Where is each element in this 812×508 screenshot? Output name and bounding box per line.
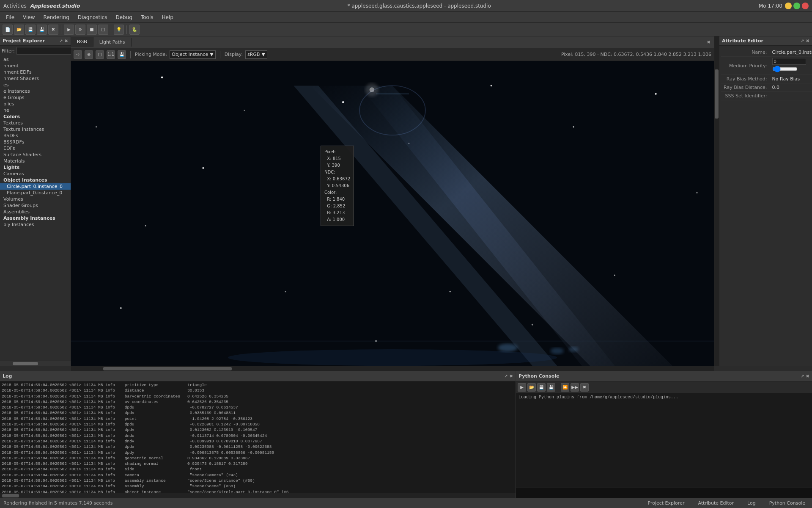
- tree-item-bsdfs[interactable]: BSDFs: [0, 133, 71, 139]
- status-tab-log[interactable]: Log: [744, 500, 759, 507]
- panel-close-icon[interactable]: ✖: [65, 39, 68, 43]
- tree-item-bly-instances[interactable]: bly Instances: [0, 221, 71, 228]
- tree-item-plane-instance[interactable]: Plane.part_0.instance_0: [0, 190, 71, 196]
- tree-item-e-instances[interactable]: e Instances: [0, 88, 71, 94]
- tree-item-materials[interactable]: Materials: [0, 158, 71, 164]
- tree-item-colors[interactable]: Colors: [0, 113, 71, 120]
- picking-mode-dropdown[interactable]: Object Instance ▼: [170, 50, 216, 59]
- tree-item-e-groups[interactable]: e Groups: [0, 94, 71, 101]
- tree-item-nment-edfs[interactable]: nment EDFs: [0, 69, 71, 75]
- tree-item-bssrdfs[interactable]: BSSRDFs: [0, 139, 71, 145]
- log-hscrollbar[interactable]: [0, 493, 516, 498]
- tree-item-ne[interactable]: ne: [0, 107, 71, 113]
- activities-btn[interactable]: Activities: [3, 3, 27, 9]
- render-region-button[interactable]: □: [98, 25, 108, 35]
- attr-row-medium: Medium Priority:: [721, 57, 812, 75]
- tree-item-object-instances[interactable]: Object Instances: [0, 177, 71, 183]
- light-path-button[interactable]: 💡: [114, 25, 124, 35]
- tree-item-assemblies[interactable]: Assemblies: [0, 209, 71, 215]
- vscrollbar-thumb[interactable]: [715, 69, 719, 119]
- close-button[interactable]: [802, 3, 809, 9]
- attr-medium-label: Medium Priority:: [721, 57, 770, 75]
- tree-item-as[interactable]: as: [0, 56, 71, 63]
- tree-item-circle-instance[interactable]: Circle.part_0.instance_0: [0, 183, 71, 190]
- vt-save-icon[interactable]: 💾: [118, 50, 126, 59]
- log-line-5: 2018-05-07T14:59:04.0020502 <001> 11134 …: [2, 410, 514, 416]
- tree-scrollbar-thumb[interactable]: [13, 362, 38, 365]
- save-as-button[interactable]: 💾: [37, 25, 47, 35]
- tree-item-nment-shaders[interactable]: nment Shaders: [0, 75, 71, 82]
- tree-item-surface-shaders[interactable]: Surface Shaders: [0, 152, 71, 158]
- render-button[interactable]: ▶: [64, 25, 74, 35]
- hscrollbar-thumb[interactable]: [103, 367, 232, 370]
- vt-actual-size-icon[interactable]: 1:1: [107, 50, 115, 59]
- tree-container[interactable]: as nment nment EDFs nment Shaders es e I…: [0, 56, 71, 361]
- python-save-as-icon[interactable]: 💾: [547, 383, 555, 392]
- python-clear-icon[interactable]: ✖: [580, 383, 589, 392]
- tab-light-paths[interactable]: Light Paths: [93, 38, 132, 47]
- menu-rendering[interactable]: Rendering: [40, 14, 73, 21]
- tree-item-shader-groups[interactable]: Shader Groups: [0, 202, 71, 209]
- close-project-button[interactable]: ✖: [48, 25, 58, 35]
- tree-item-blies[interactable]: blies: [0, 101, 71, 107]
- stop-render-button[interactable]: ■: [87, 25, 97, 35]
- tree-item-textures[interactable]: Textures: [0, 120, 71, 126]
- attr-panel-close-icon[interactable]: ✖: [806, 39, 809, 43]
- python-float-icon[interactable]: ↗: [801, 374, 804, 378]
- python-close-icon[interactable]: ✖: [806, 374, 809, 378]
- python-run-icon[interactable]: ▶: [518, 383, 526, 392]
- new-button[interactable]: 📄: [3, 25, 13, 35]
- save-button[interactable]: 💾: [25, 25, 36, 35]
- tree-item-assembly-instances[interactable]: Assembly Instances: [0, 215, 71, 221]
- python-button[interactable]: 🐍: [129, 25, 140, 35]
- tab-rgb[interactable]: RGB: [71, 37, 93, 47]
- attr-medium-input[interactable]: [772, 58, 806, 65]
- python-input[interactable]: [518, 491, 810, 495]
- filter-input[interactable]: [16, 47, 79, 55]
- vt-zoom-icon[interactable]: ⊕: [85, 50, 93, 59]
- log-line-8: 2018-05-07T14:59:04.0020502 <001> 11134 …: [2, 427, 514, 433]
- viewport-vscrollbar[interactable]: [714, 36, 719, 366]
- tree-item-es[interactable]: es: [0, 82, 71, 88]
- status-tab-attribute-editor[interactable]: Attribute Editor: [694, 500, 737, 507]
- python-step-icon[interactable]: ⏩: [561, 383, 569, 392]
- menu-file[interactable]: File: [3, 14, 18, 21]
- attr-medium-slider[interactable]: [772, 65, 798, 73]
- python-save-icon[interactable]: 💾: [537, 383, 546, 392]
- vt-move-icon[interactable]: ⇨: [74, 50, 82, 59]
- tree-item-texture-instances[interactable]: Texture Instances: [0, 126, 71, 133]
- app-title[interactable]: Appleseed.studio: [30, 3, 80, 9]
- log-hscrollbar-thumb[interactable]: [2, 494, 19, 497]
- status-tab-python-console[interactable]: Python Console: [766, 500, 809, 507]
- menu-diagnostics[interactable]: Diagnostics: [74, 14, 111, 21]
- tree-scrollbar-h[interactable]: [0, 361, 71, 366]
- display-dropdown[interactable]: sRGB ▼: [245, 50, 267, 59]
- viewport-hscrollbar[interactable]: [71, 366, 714, 371]
- render-settings-button[interactable]: ⚙: [75, 25, 85, 35]
- tree-item-nment[interactable]: nment: [0, 63, 71, 69]
- menu-help[interactable]: Help: [159, 14, 177, 21]
- open-button[interactable]: 📂: [14, 25, 24, 35]
- log-close-icon[interactable]: ✖: [510, 374, 513, 378]
- viewport-canvas[interactable]: Pixel: X: 815 Y: 390 NDC: X: 0.63672 Y: …: [71, 61, 714, 366]
- tree-item-volumes[interactable]: Volumes: [0, 196, 71, 202]
- tree-item-edfs[interactable]: EDFs: [0, 145, 71, 152]
- menu-view[interactable]: View: [19, 14, 38, 21]
- menu-debug[interactable]: Debug: [112, 14, 136, 21]
- menu-tools[interactable]: Tools: [137, 14, 157, 21]
- minimize-button[interactable]: [785, 3, 792, 9]
- panel-float-icon[interactable]: ↗: [59, 39, 63, 43]
- tree-item-lights[interactable]: Lights: [0, 164, 71, 171]
- log-content[interactable]: 2018-05-07T14:59:04.0020502 <001> 11134 …: [0, 381, 516, 493]
- attr-panel-float-icon[interactable]: ↗: [801, 39, 804, 43]
- maximize-button[interactable]: [793, 3, 800, 9]
- python-open-icon[interactable]: 📂: [527, 383, 536, 392]
- log-panel: Log ↗ ✖ 2018-05-07T14:59:04.0020502 <001…: [0, 371, 516, 498]
- vt-fit-icon[interactable]: □: [96, 50, 104, 59]
- status-tab-project-explorer[interactable]: Project Explorer: [644, 500, 688, 507]
- log-line-4: 2018-05-07T14:59:04.0020502 <001> 11134 …: [2, 405, 514, 410]
- tree-item-cameras[interactable]: Cameras: [0, 171, 71, 177]
- viewport-close-icon[interactable]: ✖: [704, 38, 714, 46]
- log-float-icon[interactable]: ↗: [504, 374, 508, 378]
- python-continue-icon[interactable]: ▶▶: [571, 383, 579, 392]
